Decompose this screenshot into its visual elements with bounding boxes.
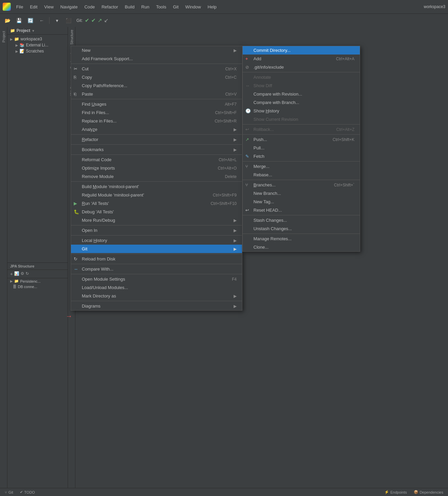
ctx-copy-path[interactable]: Copy Path/Reference... (71, 81, 242, 90)
ctx-cut[interactable]: ✂ Cut Ctrl+X (71, 65, 242, 73)
ctx-show-history[interactable]: 🕐 Show History (243, 107, 360, 115)
ctx-compare-branch[interactable]: Compare with Branch... (243, 98, 360, 107)
ctx-refactor[interactable]: Refactor ▶ (71, 135, 242, 144)
jpa-db-item[interactable]: 🗄 DB conne... (7, 284, 68, 289)
toolbar-open-btn[interactable]: 📂 (3, 16, 12, 25)
ctx-debug-tests[interactable]: 🐛 Debug 'All Tests' (71, 208, 242, 216)
ctx-clone[interactable]: Clone... (243, 243, 360, 251)
ctx-push[interactable]: ↗ Push... Ctrl+Shift+K (243, 135, 360, 144)
git-push-icon[interactable]: ↗ (98, 17, 102, 24)
menu-edit[interactable]: Edit (27, 3, 40, 11)
ctx-bookmarks[interactable]: Bookmarks ▶ (71, 145, 242, 154)
ctx-remove-module[interactable]: Remove Module Delete (71, 172, 242, 181)
ctx-add[interactable]: + Add Ctrl+Alt+A (243, 55, 360, 63)
ctx-diagrams[interactable]: Diagrams ▶ (71, 302, 242, 310)
ctx-compare-revision[interactable]: Compare with Revision... (243, 90, 360, 98)
ctx-commit-directory[interactable]: Commit Directory... (243, 46, 360, 55)
jpa-add-btn[interactable]: + (10, 271, 13, 277)
menu-navigate[interactable]: Navigate (58, 3, 80, 11)
jpa-refresh-btn[interactable]: ↻ (26, 271, 29, 277)
ctx-open-module-settings-shortcut: F4 (232, 277, 237, 282)
ctx-fetch[interactable]: ✎ Fetch (243, 152, 360, 161)
menu-file[interactable]: File (13, 3, 26, 11)
status-right: ⚡ Endpoints 📦 Dependencies (382, 489, 445, 495)
ctx-find-usages[interactable]: Find Usages Alt+F7 (71, 100, 242, 108)
ctx-run-tests[interactable]: ▶ Run 'All Tests' Ctrl+Shift+F10 (71, 199, 242, 208)
ctx-open-in[interactable]: Open In ▶ (71, 226, 242, 235)
ctx-stash-changes[interactable]: Stash Changes... (243, 216, 360, 224)
jpa-chart-btn[interactable]: 📊 (14, 271, 19, 277)
ctx-add-framework[interactable]: Add Framework Support... (71, 55, 242, 63)
ctx-local-history-arrow: ▶ (234, 238, 237, 243)
ctx-build-module[interactable]: Build Module 'minitool-parent' (71, 182, 242, 191)
ctx-local-history[interactable]: Local History ▶ (71, 236, 242, 245)
toolbar-refresh-btn[interactable]: 🔄 (26, 16, 35, 25)
ctx-rebase[interactable]: Rebase... (243, 171, 360, 179)
ctx-branches[interactable]: ⑂ Branches... Ctrl+Shift+` (243, 181, 360, 189)
ctx-git[interactable]: Git ▶ (71, 245, 242, 253)
ctx-copy[interactable]: ⎘ Copy Ctrl+C (71, 73, 242, 81)
ctx-new[interactable]: New ▶ (71, 46, 242, 55)
tree-item-workspace[interactable]: ▶ 📁 workspace3 (7, 36, 68, 42)
menu-refactor[interactable]: Refactor (99, 3, 121, 11)
git-pull-icon[interactable]: ↙ (104, 17, 108, 24)
ctx-optimize-imports[interactable]: Optimize Imports Ctrl+Alt+O (71, 164, 242, 172)
toolbar-back-btn[interactable]: ← (37, 16, 46, 25)
ctx-compare-with[interactable]: ↔ Compare With... (71, 265, 242, 273)
ctx-copy-path-label: Copy Path/Reference... (82, 83, 127, 88)
toolbar-run-dropdown[interactable]: ▾ (52, 16, 62, 25)
menu-window[interactable]: Window (183, 3, 204, 11)
git-check-icon-2[interactable]: ✔ (91, 17, 96, 24)
ctx-branches-label: Branches... (253, 182, 276, 187)
ctx-new-branch[interactable]: New Branch... (243, 189, 360, 198)
menu-tools[interactable]: Tools (153, 3, 169, 11)
ctx-reset-head[interactable]: ↩ Reset HEAD... (243, 206, 360, 214)
menu-run[interactable]: Run (139, 3, 152, 11)
jpa-settings-btn[interactable]: ⚙ (21, 271, 24, 277)
toolbar-save-btn[interactable]: 💾 (14, 16, 24, 25)
external-arrow-icon: ▶ (15, 43, 18, 47)
ctx-open-module-settings[interactable]: Open Module Settings F4 (71, 275, 242, 283)
ctx-merge[interactable]: ⑂ Merge... (243, 162, 360, 171)
jpa-persistence-item[interactable]: ▶ 📁 Persistenc... (7, 278, 68, 284)
ctx-git-info-exclude-label: .git/info/exclude (253, 65, 284, 70)
ctx-manage-remotes[interactable]: Manage Remotes... (243, 235, 360, 243)
ctx-analyze[interactable]: Analyze ▶ (71, 125, 242, 134)
branches-icon: ⑂ (245, 182, 248, 187)
ctx-mark-directory[interactable]: Mark Directory as ▶ (71, 292, 242, 300)
ctx-reformat-code[interactable]: Reformat Code Ctrl+Alt+L (71, 155, 242, 164)
ctx-load-unload-modules[interactable]: Load/Unload Modules... (71, 283, 242, 292)
ctx-pull[interactable]: Pull... (243, 144, 360, 152)
tree-item-scratches[interactable]: ▶ 📝 Scratches (7, 48, 68, 54)
status-todo-btn[interactable]: ✔ TODO (18, 489, 37, 495)
project-tree: ▶ 📁 workspace3 ▶ 📚 External Li... ▶ 📝 Sc… (7, 35, 68, 262)
ctx-replace-in-files[interactable]: Replace in Files... Ctrl+Shift+R (71, 117, 242, 125)
tree-item-external[interactable]: ▶ 📚 External Li... (7, 42, 68, 48)
menu-help[interactable]: Help (205, 3, 219, 11)
project-dropdown-icon[interactable]: ▾ (32, 29, 34, 33)
ctx-find-in-files[interactable]: Find in Files... Ctrl+Shift+F (71, 108, 242, 117)
merge-icon: ⑂ (245, 164, 248, 169)
ctx-refactor-label: Refactor (82, 137, 98, 142)
status-dependencies-btn[interactable]: 📦 Dependencies (412, 489, 445, 495)
toolbar-stop-btn[interactable]: ⬛ (64, 16, 73, 25)
ctx-paste[interactable]: ⎗ Paste Ctrl+V (71, 90, 242, 98)
sidebar-tab-project[interactable]: Project (1, 28, 6, 45)
ctx-rebuild-module[interactable]: Rebuild Module 'minitool-parent' Ctrl+Sh… (71, 191, 242, 199)
ctx-annotate-label: Annotate (253, 75, 271, 80)
status-git-btn[interactable]: ⑂ Git (3, 490, 15, 495)
menu-code[interactable]: Code (82, 3, 98, 11)
ctx-unstash-changes[interactable]: Unstash Changes... (243, 224, 360, 233)
ctx-find-usages-shortcut: Alt+F7 (225, 102, 237, 107)
sidebar-tab-structure[interactable]: Structure (69, 27, 74, 47)
status-endpoints-btn[interactable]: ⚡ Endpoints (382, 489, 409, 495)
menu-view[interactable]: View (41, 3, 56, 11)
ctx-reload-from-disk[interactable]: ↻ Reload from Disk (71, 255, 242, 263)
ctx-new-tag[interactable]: New Tag... (243, 198, 360, 206)
menu-git[interactable]: Git (170, 3, 181, 11)
ctx-more-run[interactable]: More Run/Debug ▶ (71, 216, 242, 224)
ctx-git-info-exclude[interactable]: ⊘ .git/info/exclude (243, 63, 360, 71)
menu-build[interactable]: Build (122, 3, 137, 11)
project-folder-icon: 📁 (10, 28, 15, 33)
git-check-icon-1[interactable]: ✔ (85, 17, 89, 24)
